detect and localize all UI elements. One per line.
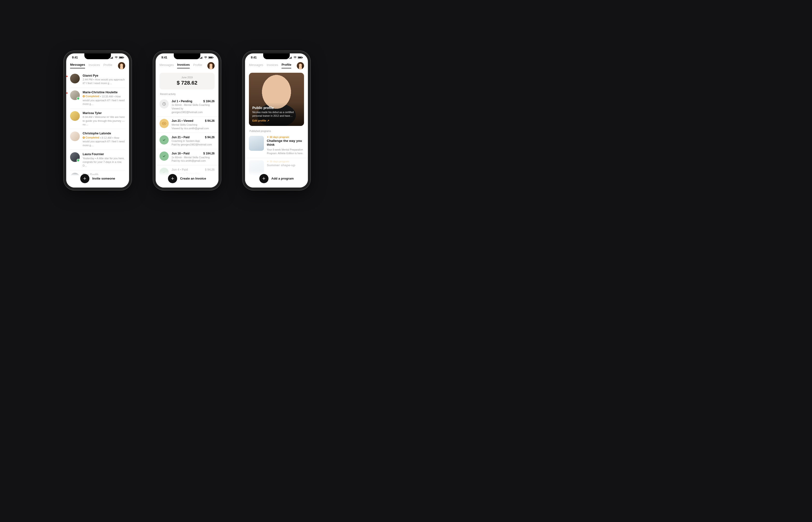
contact-avatar — [70, 132, 80, 141]
invoice-row[interactable]: Jul 1 • Pending$ 184.261x 60min · Mental… — [156, 97, 219, 117]
message-row[interactable]: Marie-Christine HouletteCompleted • 10:3… — [70, 88, 125, 109]
tab-bar: Messages Invoices Profile — [156, 59, 219, 71]
program-row[interactable]: 60 days programChallenge the way you thi… — [245, 134, 308, 158]
invoice-info: Jun 21 • Paid$ 94.26Coaching in Tandem A… — [171, 135, 215, 146]
message-preview: Completed • 8:12 AM • How would you appr… — [83, 136, 125, 147]
tab-bar: Messages Invoices Profile — [245, 59, 308, 71]
wifi-icon — [115, 56, 118, 59]
fab-bar: + Invite someone — [66, 170, 129, 187]
message-preview: Completed • 10:35 AM • How would you app… — [83, 95, 125, 106]
plus-icon: + — [168, 174, 177, 183]
invoice-row[interactable]: Jun 21 • Paid$ 94.26Coaching in Tandem A… — [156, 133, 219, 149]
profile-overlay: Public profile Nicolas made his debut as… — [249, 102, 304, 126]
program-meta: 30 days program — [267, 160, 295, 163]
summary-amount: $ 728.62 — [163, 80, 211, 86]
battery-icon — [298, 56, 303, 59]
invoice-status-icon — [160, 119, 169, 128]
summary-period: June 2019 — [163, 76, 211, 79]
invoice-info: Jun 16 • Paid$ 184.261x 60min · Mental S… — [171, 152, 215, 163]
program-title: Challenge the way you think — [267, 139, 304, 147]
unread-dot — [66, 76, 68, 77]
add-program-button[interactable]: + Add a program — [259, 174, 293, 183]
svg-rect-9 — [298, 57, 302, 58]
invoice-info: Jul 1 • Pending$ 184.261x 60min · Mental… — [171, 99, 215, 114]
edit-profile-link[interactable]: Edit profile ↗ — [252, 119, 269, 122]
bolt-icon — [267, 136, 269, 138]
clock-icon — [162, 102, 166, 106]
avatar[interactable] — [207, 62, 215, 69]
wifi-icon — [293, 56, 297, 59]
message-body: Laura FournierYesterday • A little star … — [83, 152, 125, 168]
phone-invoices: 9:41 Messages Invoices Profile June 2019… — [153, 51, 221, 190]
unread-dot — [66, 92, 68, 94]
invoice-amount: $ 184.26 — [203, 99, 215, 103]
invoice-line1: 1x 60min · Mental Skills Coaching — [171, 156, 215, 159]
tab-messages[interactable]: Messages — [249, 63, 263, 68]
invoice-date-status: Jun 21 • Viewed — [171, 119, 193, 123]
message-row[interactable]: Laura FournierYesterday • A little star … — [70, 150, 125, 170]
contact-avatar — [70, 152, 80, 162]
contact-name: Marissa Tyler — [83, 111, 125, 116]
notch — [263, 54, 290, 59]
tab-invoices[interactable]: Invoices — [267, 63, 278, 68]
profile-hero[interactable]: Public profile Nicolas made his debut as… — [249, 73, 304, 126]
message-row[interactable]: Christophe LalondeCompleted • 8:12 AM • … — [70, 129, 125, 150]
invoice-date-status: Jun 16 • Paid — [171, 152, 189, 156]
invoice-row[interactable]: Jun 21 • Viewed$ 94.26Mental Skills Coac… — [156, 117, 219, 133]
status-time: 9:41 — [251, 56, 257, 59]
invoice-amount: $ 94.26 — [205, 119, 215, 123]
invoice-line2: Paid by rico.smith@gmail.com — [171, 159, 215, 163]
tab-profile[interactable]: Profile — [103, 63, 113, 68]
invoice-list: Jul 1 • Pending$ 184.261x 60min · Mental… — [156, 97, 219, 182]
completed-badge: Completed — [83, 136, 99, 139]
contact-avatar — [70, 111, 80, 121]
contact-avatar — [70, 74, 80, 83]
tab-profile[interactable]: Profile — [193, 63, 202, 68]
check-icon — [162, 155, 166, 158]
invite-button[interactable]: + Invite someone — [80, 174, 115, 183]
avatar[interactable] — [297, 62, 304, 69]
tab-invoices[interactable]: Invoices — [88, 63, 100, 68]
contact-name: Gianni Pye — [83, 74, 125, 78]
notch — [84, 54, 111, 59]
invoice-amount: $ 94.26 — [205, 135, 215, 139]
recent-activity-label: Recent activity — [156, 92, 219, 97]
battery-icon — [119, 56, 124, 59]
message-body: Christophe LalondeCompleted • 8:12 AM • … — [83, 132, 125, 147]
create-invoice-button[interactable]: + Create an Invoice — [168, 174, 206, 183]
status-time: 9:41 — [72, 56, 78, 59]
tab-messages[interactable]: Messages — [70, 63, 85, 68]
message-row[interactable]: Gianni Pye2:44 PM • How would you approa… — [70, 71, 125, 88]
message-body: Marissa Tyler8:34 AM • Welcome in! We ar… — [83, 111, 125, 127]
tab-messages[interactable]: Messages — [160, 63, 174, 68]
invoice-line2: Paid by georges1982@hotmail.com — [171, 143, 215, 146]
invoice-status-icon — [160, 135, 169, 144]
tab-profile[interactable]: Profile — [282, 63, 291, 68]
message-row[interactable]: Marissa Tyler8:34 AM • Welcome in! We ar… — [70, 109, 125, 129]
message-preview: Yesterday • A little star for you here, … — [83, 157, 125, 168]
invoice-amount: $ 184.26 — [203, 152, 215, 156]
avatar[interactable] — [118, 62, 125, 69]
svg-rect-1 — [119, 57, 123, 58]
plus-icon: + — [80, 174, 89, 183]
status-icons — [110, 56, 124, 59]
invoice-summary[interactable]: June 2019 $ 728.62 — [160, 73, 215, 89]
contact-name: Laura Fournier — [83, 152, 125, 157]
svg-rect-5 — [213, 57, 214, 58]
invoice-line1: Mental Skills Coaching — [171, 123, 215, 127]
contact-name: Marie-Christine Houlette — [83, 91, 125, 95]
notch — [174, 54, 200, 59]
invoice-row[interactable]: Jun 16 • Paid$ 184.261x 60min · Mental S… — [156, 149, 219, 165]
bolt-icon — [267, 160, 269, 163]
check-icon — [162, 138, 166, 142]
program-info: 60 days programChallenge the way you thi… — [267, 136, 304, 155]
invoice-status-icon — [160, 152, 169, 161]
profile-desc: Nicolas made his debut as a certified pe… — [252, 111, 301, 117]
tab-invoices[interactable]: Invoices — [177, 63, 190, 68]
contact-avatar — [70, 91, 80, 100]
fab-bar: + Create an Invoice — [156, 170, 219, 187]
wifi-icon — [204, 56, 207, 59]
create-invoice-label: Create an Invoice — [180, 177, 206, 180]
svg-rect-2 — [123, 57, 124, 58]
eye-icon — [162, 122, 166, 125]
